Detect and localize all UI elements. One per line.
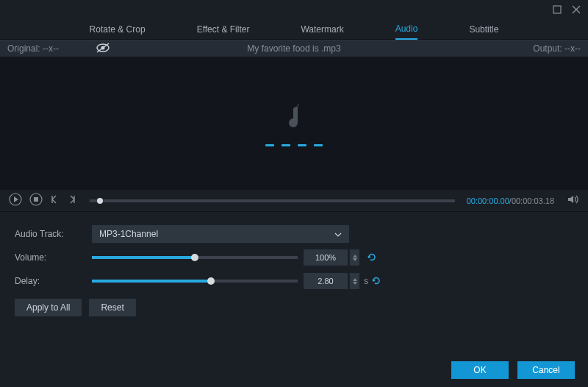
volume-stepper[interactable]	[349, 249, 359, 266]
delay-stepper[interactable]	[349, 273, 359, 289]
file-name-label: My favorite food is .mp3	[0, 43, 588, 54]
close-icon[interactable]	[572, 5, 581, 14]
volume-label: Volume:	[15, 252, 92, 263]
delay-unit-label: s	[364, 276, 368, 286]
current-time: 00:00:00.00	[467, 196, 509, 205]
apply-to-all-button[interactable]: Apply to All	[15, 299, 82, 316]
prev-frame-icon[interactable]	[50, 194, 60, 207]
info-bar: Original: --x-- My favorite food is .mp3…	[0, 40, 588, 57]
tab-rotate-crop[interactable]: Rotate & Crop	[90, 24, 146, 35]
tab-subtitle[interactable]: Subtitle	[469, 24, 498, 35]
maximize-icon[interactable]	[553, 5, 562, 14]
timeline-slider[interactable]	[90, 199, 455, 202]
music-note-icon	[283, 101, 305, 134]
play-icon[interactable]	[9, 193, 22, 208]
ok-button[interactable]: OK	[451, 361, 509, 379]
delay-value[interactable]: 2.80	[304, 273, 348, 289]
editor-tabs: Rotate & Crop Effect & Filter Watermark …	[0, 19, 588, 40]
audio-track-value: MP3-1Channel	[99, 229, 158, 239]
svg-rect-6	[34, 197, 38, 202]
reset-button[interactable]: Reset	[89, 299, 135, 316]
preview-area	[0, 57, 588, 190]
audio-track-label: Audio Track:	[15, 229, 92, 239]
volume-value[interactable]: 100%	[304, 249, 348, 266]
next-frame-icon[interactable]	[68, 194, 78, 207]
audio-settings-panel: Audio Track: MP3-1Channel Volume: 100% D…	[0, 212, 588, 327]
tab-effect-filter[interactable]: Effect & Filter	[197, 24, 250, 35]
audio-track-select[interactable]: MP3-1Channel	[92, 225, 349, 243]
volume-slider[interactable]	[92, 256, 298, 259]
volume-reset-icon[interactable]	[367, 252, 377, 263]
delay-slider[interactable]	[92, 280, 298, 283]
chevron-down-icon	[334, 229, 342, 239]
volume-icon[interactable]	[567, 194, 579, 207]
cancel-button[interactable]: Cancel	[517, 361, 575, 379]
playback-controls: 00:00:00.00/00:00:03.18	[0, 190, 588, 212]
dialog-footer: OK Cancel	[0, 353, 588, 387]
total-time: /00:00:03.18	[509, 196, 554, 205]
stop-icon[interactable]	[29, 193, 43, 208]
delay-label: Delay:	[15, 276, 92, 286]
svg-rect-0	[553, 6, 561, 13]
tab-watermark[interactable]: Watermark	[301, 24, 343, 35]
tab-audio[interactable]: Audio	[395, 24, 418, 40]
timecode-label: 00:00:00.00/00:00:03.18	[467, 196, 554, 205]
equalizer-icon	[265, 144, 323, 146]
delay-reset-icon[interactable]	[371, 276, 381, 286]
